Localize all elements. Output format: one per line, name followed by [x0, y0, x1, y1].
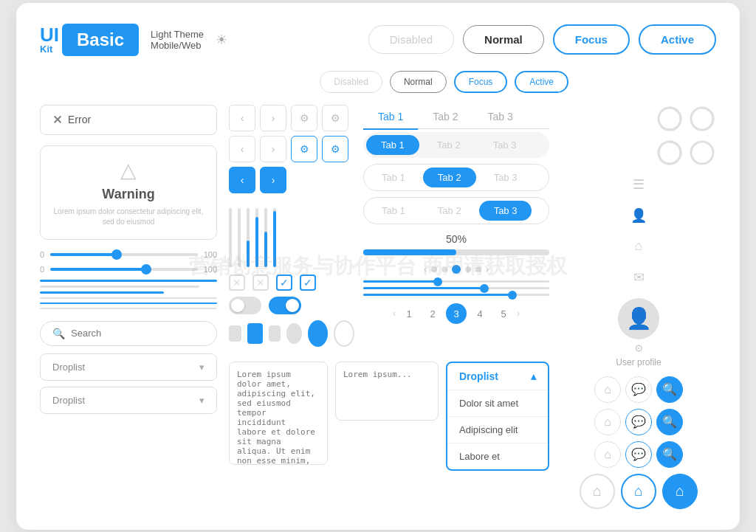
pill-tab3[interactable]: Tab 3 — [478, 135, 532, 155]
pill-tab2-active-2[interactable]: Tab 2 — [423, 167, 476, 187]
avatar: 👤 — [618, 298, 659, 339]
error-close-icon[interactable]: ✕ — [52, 113, 62, 127]
arrow-right-btn-blue[interactable]: › — [260, 167, 286, 193]
thin-slider-2[interactable] — [363, 287, 549, 289]
icon-btn-chat-1[interactable]: 💬 — [625, 376, 652, 403]
arrow-right-btn-2[interactable]: › — [260, 136, 286, 162]
slider-2[interactable]: 0 100 — [40, 265, 217, 274]
icon-btn-lg-home-3[interactable]: ⌂ — [662, 474, 698, 509]
theme-label: Light Theme — [151, 29, 204, 40]
sun-icon[interactable]: ☀ — [216, 32, 227, 48]
icon-btn-search-1[interactable]: 🔍 — [656, 376, 683, 403]
checkbox-unchecked-2[interactable]: ✕ — [252, 274, 269, 291]
gear-btn-4[interactable]: ⚙ — [322, 136, 348, 162]
logo-theme-info: Light Theme Mobile/Web — [151, 29, 204, 51]
progress-section: 50% — [363, 233, 549, 255]
page-2[interactable]: 2 — [422, 303, 443, 324]
btn-sm-active[interactable]: Active — [515, 71, 568, 93]
arrow-left-btn-2[interactable]: ‹ — [229, 136, 255, 162]
textarea-small[interactable] — [335, 362, 439, 421]
gear-btn-3[interactable]: ⚙ — [291, 136, 317, 162]
btn-normal[interactable]: Normal — [463, 25, 544, 54]
dot-page-arrow-right[interactable]: › — [486, 264, 489, 274]
checkbox-checked-1[interactable]: ✓ — [276, 274, 292, 291]
dropdown-item-2[interactable]: Adipiscing elit — [447, 416, 548, 443]
droplist-1[interactable]: Droplist ▾ — [40, 353, 217, 381]
pill-tabs-1: Tab 1 Tab 2 Tab 3 — [363, 132, 549, 158]
slider-2-min: 0 — [40, 265, 44, 274]
pill-tab1-active[interactable]: Tab 1 — [366, 135, 419, 155]
slider-1-min: 0 — [40, 250, 44, 259]
number-pagination: ‹ 1 2 3 4 5 › — [363, 303, 549, 324]
textarea-large[interactable] — [229, 362, 328, 465]
user-icon[interactable]: 👤 — [627, 204, 650, 227]
slider-1[interactable]: 0 100 — [40, 250, 217, 259]
dot-2[interactable] — [441, 266, 447, 272]
pill-tab3-2[interactable]: Tab 3 — [479, 167, 532, 187]
search-box[interactable]: 🔍 — [40, 321, 217, 346]
arrow-left-btn-blue[interactable]: ‹ — [229, 167, 255, 193]
dot-3-active[interactable] — [452, 265, 461, 274]
logo: UI Kit Basic — [40, 24, 139, 56]
page-arrow-right[interactable]: › — [517, 308, 520, 319]
icon-btn-chat-3[interactable]: 💬 — [625, 441, 652, 468]
gear-btn-1[interactable]: ⚙ — [291, 105, 317, 131]
btn-active[interactable]: Active — [639, 24, 716, 55]
page-3-active[interactable]: 3 — [446, 303, 467, 324]
pill-tab2[interactable]: Tab 2 — [422, 135, 475, 155]
dropdown-open: Droplist ▴ Dolor sit amet Adipiscing eli… — [446, 362, 549, 471]
btn-focus[interactable]: Focus — [553, 24, 630, 55]
icon-btn-search-3[interactable]: 🔍 — [656, 441, 683, 468]
circ-progress-1 — [656, 105, 684, 133]
chevron-up-icon: ▴ — [531, 370, 536, 382]
btn-sm-normal[interactable]: Normal — [390, 71, 447, 93]
search-input[interactable] — [71, 328, 205, 339]
gear-icon-user[interactable]: ⚙ — [634, 342, 644, 354]
pill-tab3-active-3[interactable]: Tab 3 — [479, 201, 532, 221]
page-5[interactable]: 5 — [493, 303, 514, 324]
icon-btn-search-2[interactable]: 🔍 — [656, 409, 683, 435]
toggle-off-1[interactable] — [229, 297, 261, 314]
home-icon[interactable]: ⌂ — [627, 235, 650, 258]
icon-btn-home-2[interactable]: ⌂ — [594, 409, 621, 435]
page-4[interactable]: 4 — [470, 303, 490, 324]
icon-btn-lg-home-2[interactable]: ⌂ — [621, 474, 656, 509]
icon-btn-home-3[interactable]: ⌂ — [594, 441, 621, 468]
toggle-on-1[interactable] — [269, 297, 301, 314]
pill-tab1-3[interactable]: Tab 1 — [367, 201, 420, 221]
tab-3[interactable]: Tab 3 — [473, 105, 528, 130]
thin-slider-3[interactable] — [363, 294, 549, 296]
dot-page-arrow-left[interactable]: ‹ — [424, 264, 427, 274]
btn-sm-focus[interactable]: Focus — [454, 71, 508, 93]
dot-4[interactable] — [465, 266, 471, 272]
tab-1-active[interactable]: Tab 1 — [363, 105, 418, 130]
dropdown-header[interactable]: Droplist ▴ — [447, 363, 548, 390]
dot-5[interactable] — [475, 266, 481, 272]
page-arrow-left[interactable]: ‹ — [393, 308, 396, 319]
arrow-right-btn[interactable]: › — [260, 105, 286, 131]
bottom-mid: Droplist ▴ Dolor sit amet Adipiscing eli… — [229, 362, 549, 477]
icon-btn-chat-2[interactable]: 💬 — [625, 409, 652, 435]
droplist-2[interactable]: Droplist ▾ — [40, 387, 217, 414]
dot-1[interactable] — [431, 266, 437, 272]
pill-tab2-3[interactable]: Tab 2 — [423, 201, 476, 221]
icon-btn-lg-home-1[interactable]: ⌂ — [580, 474, 615, 509]
arrow-left-btn[interactable]: ‹ — [229, 105, 255, 131]
user-profile-label: User profile — [616, 357, 661, 367]
tab-2[interactable]: Tab 2 — [418, 105, 472, 130]
thin-slider-1[interactable] — [363, 280, 549, 283]
chevron-down-icon-1: ▾ — [199, 362, 205, 373]
dropdown-item-1[interactable]: Dolor sit amet — [447, 390, 548, 416]
controls-area: ‹ › ⚙ ⚙ ‹ › ⚙ ⚙ ‹ › — [229, 105, 354, 353]
page-1[interactable]: 1 — [399, 303, 419, 324]
icon-btn-home-1[interactable]: ⌂ — [594, 376, 621, 403]
tab-row-1: Tab 1 Tab 2 Tab 3 — [363, 105, 549, 130]
checkbox-unchecked-1[interactable]: ✕ — [229, 274, 245, 291]
checkbox-checked-2[interactable]: ✓ — [300, 274, 316, 291]
pill-tab1-2[interactable]: Tab 1 — [367, 167, 420, 187]
gear-btn-2[interactable]: ⚙ — [322, 105, 348, 131]
hamburger-icon[interactable]: ☰ — [627, 173, 650, 196]
dropdown-item-3[interactable]: Labore et — [447, 443, 548, 469]
mail-icon[interactable]: ✉ — [627, 266, 650, 289]
logo-ui: UI — [40, 25, 59, 44]
